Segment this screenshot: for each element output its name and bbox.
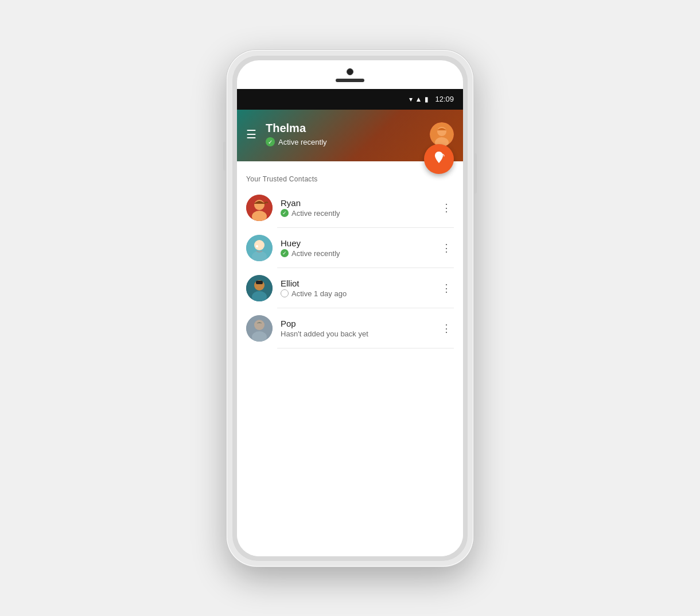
contact-info-elliot: Elliot Active 1 day ago (281, 278, 439, 298)
header-active-text: Active recently (278, 138, 327, 146)
svg-rect-14 (256, 281, 263, 284)
header-info: Thelma ✓ Active recently (266, 122, 327, 146)
contact-status-pop: Hasn't added you back yet (281, 330, 439, 338)
contact-item-pop[interactable]: Pop Hasn't added you back yet ⋮ (237, 308, 463, 348)
contact-status-text-ryan: Active recently (291, 209, 340, 218)
contact-name-elliot: Elliot (281, 278, 439, 288)
svg-point-8 (254, 240, 265, 250)
phone-device: ▾ ▲ ▮ 12:09 ☰ Thelma ✓ Active recently (227, 50, 473, 567)
avatar-elliot (246, 275, 273, 301)
more-options-pop[interactable]: ⋮ (439, 320, 454, 337)
bottom-padding (237, 539, 463, 556)
active-check-icon: ✓ (266, 137, 275, 146)
contact-info-pop: Pop Hasn't added you back yet (281, 319, 439, 338)
avatar-pop (246, 315, 273, 342)
contact-item-ryan[interactable]: Ryan ✓ Active recently ⋮ (237, 188, 463, 228)
status-bar: ▾ ▲ ▮ 12:09 (237, 89, 463, 110)
avatar-ryan (246, 195, 273, 221)
contact-status-huey: ✓ Active recently (281, 249, 439, 258)
content-area: Your Trusted Contacts Ryan (237, 161, 463, 539)
location-share-fab[interactable] (424, 144, 454, 174)
phone-inner: ▾ ▲ ▮ 12:09 ☰ Thelma ✓ Active recently (232, 56, 468, 561)
status-icons: ▾ ▲ ▮ 12:09 (409, 95, 454, 103)
contact-info-huey: Huey ✓ Active recently (281, 238, 439, 258)
away-status-icon-elliot (281, 289, 289, 297)
more-options-ryan[interactable]: ⋮ (439, 199, 454, 216)
signal-icon: ▲ (415, 95, 422, 103)
contact-status-elliot: Active 1 day ago (281, 289, 439, 298)
contact-status-ryan: ✓ Active recently (281, 209, 439, 218)
active-status-icon-ryan: ✓ (281, 209, 289, 217)
header-left: ☰ Thelma ✓ Active recently (246, 122, 327, 146)
status-time: 12:09 (435, 95, 454, 103)
speaker (336, 79, 364, 82)
active-status-icon-huey: ✓ (281, 249, 289, 257)
battery-icon: ▮ (425, 95, 429, 103)
contact-status-text-huey: Active recently (291, 249, 340, 258)
more-options-huey[interactable]: ⋮ (439, 239, 454, 257)
menu-icon[interactable]: ☰ (246, 127, 256, 141)
svg-point-10 (256, 245, 258, 247)
contact-name-huey: Huey (281, 238, 439, 248)
avatar-huey (246, 235, 273, 261)
contact-name-ryan: Ryan (281, 198, 439, 208)
header-contact-name: Thelma (266, 122, 327, 135)
contact-status-text-elliot: Active 1 day ago (291, 289, 347, 298)
contact-info-ryan: Ryan ✓ Active recently (281, 198, 439, 218)
svg-point-16 (254, 320, 265, 330)
wifi-icon: ▾ (409, 95, 413, 103)
header-status: ✓ Active recently (266, 137, 327, 146)
contact-item-elliot[interactable]: Elliot Active 1 day ago ⋮ (237, 268, 463, 308)
header-avatar[interactable] (430, 122, 454, 146)
app-header: ☰ Thelma ✓ Active recently (237, 110, 463, 161)
phone-screen: ▾ ▲ ▮ 12:09 ☰ Thelma ✓ Active recently (237, 60, 463, 556)
location-pin-icon (432, 150, 446, 167)
more-options-elliot[interactable]: ⋮ (439, 280, 454, 297)
phone-hardware (336, 68, 364, 82)
camera (347, 68, 353, 75)
contact-name-pop: Pop (281, 319, 439, 328)
contact-item-huey[interactable]: Huey ✓ Active recently ⋮ (237, 228, 463, 268)
contact-status-text-pop: Hasn't added you back yet (281, 330, 368, 338)
